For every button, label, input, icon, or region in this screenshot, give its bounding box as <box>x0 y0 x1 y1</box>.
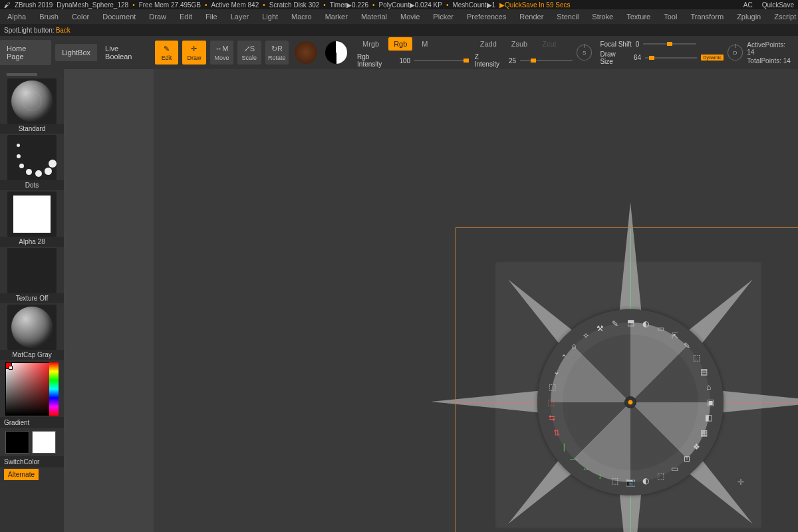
stroke-swatch[interactable]: Dots <box>0 135 64 190</box>
color-picker[interactable] <box>5 362 59 416</box>
menu-tool[interactable]: Tool <box>658 10 683 23</box>
ring-icon-31[interactable]: ✎ <box>610 319 620 329</box>
document[interactable]: ⬒◐▭⇱✎⬚▤⌂▣◧▦❖⊡▭⬚◐📷⬚↕↔—|⇅⇆⬚⬚⌄⌃⌂✧⚒✎ ✛ <box>154 69 798 532</box>
switch-color-label[interactable]: SwitchColor <box>0 456 64 467</box>
rgb-intensity-slider[interactable] <box>414 60 467 61</box>
ring-icon-19[interactable]: ↔ <box>581 464 591 474</box>
switch-color-white[interactable] <box>32 431 56 454</box>
bw-orb[interactable] <box>325 41 348 64</box>
ring-icon-7[interactable]: ⌂ <box>704 382 714 392</box>
brush-swatch[interactable]: Standard <box>0 78 64 134</box>
edit-gizmo[interactable]: ✎Edit <box>155 41 178 65</box>
ring-icon-3[interactable]: ⇱ <box>670 331 680 341</box>
alternate-button[interactable]: Alternate <box>4 469 39 480</box>
tooltip-label: SpotLight button: <box>4 27 55 34</box>
zsub-chip[interactable]: Zsub <box>506 37 533 51</box>
sphere-orb[interactable] <box>295 41 317 64</box>
ac-label[interactable]: AC <box>743 1 753 9</box>
zcut-chip[interactable]: Zcut <box>537 37 561 51</box>
rgb-intensity-label: Rgb Intensity <box>357 53 395 68</box>
ring-icon-27[interactable]: ⌃ <box>559 352 569 363</box>
menu-document[interactable]: Document <box>96 10 142 23</box>
menu-edit[interactable]: Edit <box>174 10 198 23</box>
mrgb-chip[interactable]: Mrgb <box>357 37 384 51</box>
draw-size-value: 64 <box>634 54 641 61</box>
menu-material[interactable]: Material <box>355 10 393 23</box>
ring-icon-30[interactable]: ⚒ <box>595 323 605 334</box>
menu-picker[interactable]: Picker <box>427 10 460 23</box>
menu-transform[interactable]: Transform <box>684 10 730 23</box>
ring-icon-5[interactable]: ⬚ <box>692 352 702 363</box>
menu-brush[interactable]: Brush <box>33 10 65 23</box>
s-knob[interactable]: S <box>577 45 593 61</box>
ring-icon-2[interactable]: ▭ <box>656 323 666 334</box>
ring-icon-17[interactable]: ⬚ <box>610 475 620 486</box>
rgb-chip[interactable]: Rgb <box>388 37 412 51</box>
ring-icon-10[interactable]: ▦ <box>699 428 710 438</box>
draw-size-slider[interactable] <box>645 57 697 59</box>
home-page-button[interactable]: Home Page <box>0 40 51 65</box>
ring-icon-23[interactable]: ⇆ <box>547 412 557 423</box>
m-chip[interactable]: M <box>416 37 433 51</box>
menu-file[interactable]: File <box>200 10 223 23</box>
quicksave-button[interactable]: QuickSave <box>762 1 794 9</box>
menu-texture[interactable]: Texture <box>620 10 656 23</box>
material-swatch[interactable]: MatCap Gray <box>0 305 64 360</box>
ring-icon-12[interactable]: ⊡ <box>682 454 692 464</box>
menu-macro[interactable]: Macro <box>285 10 318 23</box>
menu-marker[interactable]: Marker <box>319 10 354 23</box>
rotate-gizmo[interactable]: ↻RRotate <box>265 41 289 65</box>
menu-zscript[interactable]: Zscript <box>768 10 798 23</box>
move-gizmo[interactable]: ↔MMove <box>210 41 233 65</box>
canvas[interactable]: ⬒◐▭⇱✎⬚▤⌂▣◧▦❖⊡▭⬚◐📷⬚↕↔—|⇅⇆⬚⬚⌄⌃⌂✧⚒✎ ✛ <box>64 69 798 532</box>
ring-icon-18[interactable]: ↕ <box>595 471 605 481</box>
dynamic-chip[interactable]: Dynamic <box>701 55 723 61</box>
gradient-label[interactable]: Gradient <box>0 417 64 428</box>
menu-draw[interactable]: Draw <box>143 10 172 23</box>
live-boolean-button[interactable]: Live Boolean <box>105 45 147 61</box>
spotlight-hub[interactable] <box>624 396 636 408</box>
ring-icon-1[interactable]: ◐ <box>640 319 651 329</box>
zadd-chip[interactable]: Zadd <box>475 37 502 51</box>
ring-icon-26[interactable]: ⌄ <box>551 366 562 377</box>
ring-icon-15[interactable]: ◐ <box>640 475 651 486</box>
ring-icon-11[interactable]: ❖ <box>692 442 702 452</box>
ring-icon-16[interactable]: 📷 <box>625 477 636 487</box>
ring-icon-8[interactable]: ▣ <box>705 397 716 408</box>
focal-shift-slider[interactable] <box>643 43 696 45</box>
menu-alpha[interactable]: Alpha <box>1 10 32 23</box>
color-marker[interactable] <box>9 366 13 370</box>
menu-stencil[interactable]: Stencil <box>551 10 585 23</box>
draw-gizmo[interactable]: ✛Draw <box>182 41 205 65</box>
ring-icon-24[interactable]: ⬚ <box>545 397 556 408</box>
menu-stroke[interactable]: Stroke <box>586 10 619 23</box>
lightbox-button[interactable]: LightBox <box>55 44 97 61</box>
ring-icon-28[interactable]: ⌂ <box>569 340 579 351</box>
ring-icon-25[interactable]: ⬚ <box>547 382 557 392</box>
switch-color-black[interactable] <box>5 431 29 454</box>
ring-icon-9[interactable]: ◧ <box>704 412 714 423</box>
ring-icon-0[interactable]: ⬒ <box>625 317 636 328</box>
menu-render[interactable]: Render <box>513 10 549 23</box>
menu-layer[interactable]: Layer <box>225 10 255 23</box>
z-intensity-slider[interactable] <box>520 60 573 61</box>
ring-icon-29[interactable]: ✧ <box>581 331 591 341</box>
menu-light[interactable]: Light <box>256 10 284 23</box>
ring-icon-14[interactable]: ⬚ <box>656 471 666 481</box>
ring-icon-13[interactable]: ▭ <box>670 464 680 474</box>
ring-icon-22[interactable]: ⇅ <box>551 428 562 438</box>
scale-gizmo[interactable]: ⤢SScale <box>237 41 261 65</box>
menu-color[interactable]: Color <box>66 10 95 23</box>
ring-icon-6[interactable]: ▤ <box>699 366 710 377</box>
d-knob[interactable]: D <box>728 45 743 61</box>
ring-icon-20[interactable]: — <box>569 454 579 464</box>
menu-movie[interactable]: Movie <box>394 10 426 23</box>
alpha-swatch[interactable]: Alpha 28 <box>0 192 64 247</box>
menu-zplugin[interactable]: Zplugin <box>731 10 767 23</box>
menu-preferences[interactable]: Preferences <box>461 10 512 23</box>
hue-strip[interactable] <box>49 362 59 416</box>
scroll-hint[interactable] <box>7 73 37 76</box>
ring-icon-21[interactable]: | <box>559 442 569 452</box>
texture-swatch[interactable]: Texture Off <box>0 248 64 303</box>
ring-icon-4[interactable]: ✎ <box>682 340 692 351</box>
